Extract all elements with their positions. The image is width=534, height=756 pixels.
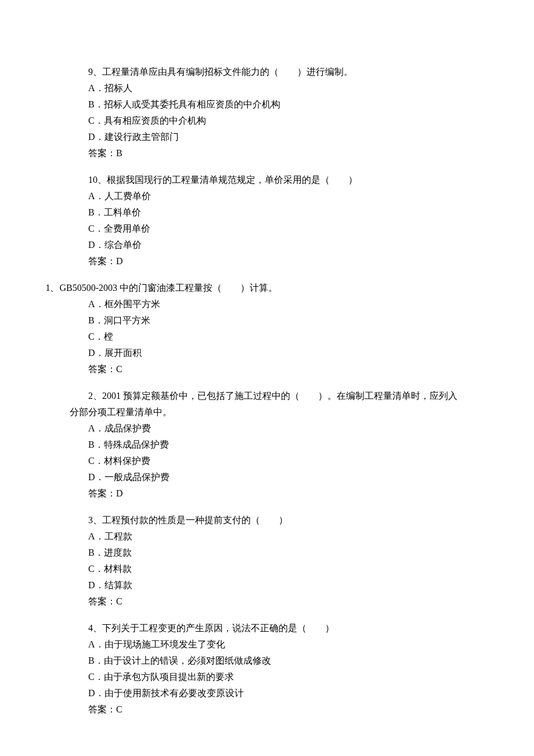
question-1: 1、GB50500-2003 中的门窗油漆工程量按（ ）计算。 A．框外围平方米… bbox=[70, 280, 464, 377]
answer: 答案：C bbox=[70, 361, 464, 377]
answer: 答案：C bbox=[70, 701, 464, 718]
option-d: D．建设行政主管部门 bbox=[70, 129, 464, 145]
option-b: B．工料单价 bbox=[70, 204, 464, 221]
question-stem: 3、工程预付款的性质是一种提前支付的（ ） bbox=[70, 512, 464, 528]
option-b: B．洞口平方米 bbox=[70, 312, 464, 329]
option-b: B．招标人或受其委托具有相应资质的中介机构 bbox=[70, 96, 464, 113]
option-d: D．一般成品保护费 bbox=[70, 469, 464, 485]
option-d: D．由于使用新技术有必要改变原设计 bbox=[70, 685, 464, 701]
option-b: B．进度款 bbox=[70, 545, 464, 561]
option-a: A．由于现场施工环境发生了变化 bbox=[70, 636, 464, 653]
question-stem: 10、根据我国现行的工程量清单规范规定，单价采用的是（ ） bbox=[70, 172, 464, 188]
question-stem: 4、下列关于工程变更的产生原因，说法不正确的是（ ） bbox=[70, 620, 464, 636]
option-a: A．框外围平方米 bbox=[70, 296, 464, 312]
option-d: D．结算款 bbox=[70, 577, 464, 593]
document-page: 9、工程量清单应由具有编制招标文件能力的（ ）进行编制。 A．招标人 B．招标人… bbox=[0, 0, 534, 756]
question-2: 2、2001 预算定额基价中，已包括了施工过程中的（ ）。在编制工程量清单时，应… bbox=[70, 388, 464, 502]
answer: 答案：D bbox=[70, 253, 464, 269]
option-b: B．特殊成品保护费 bbox=[70, 437, 464, 453]
option-c: C．材料款 bbox=[70, 561, 464, 577]
option-c: C．由于承包方队项目提出新的要求 bbox=[70, 669, 464, 685]
question-stem: 9、工程量清单应由具有编制招标文件能力的（ ）进行编制。 bbox=[70, 64, 464, 80]
option-a: A．成品保护费 bbox=[70, 420, 464, 437]
question-9: 9、工程量清单应由具有编制招标文件能力的（ ）进行编制。 A．招标人 B．招标人… bbox=[70, 64, 464, 161]
answer: 答案：B bbox=[70, 145, 464, 161]
option-c: C．具有相应资质的中介机构 bbox=[70, 113, 464, 129]
question-stem: 1、GB50500-2003 中的门窗油漆工程量按（ ）计算。 bbox=[45, 280, 464, 296]
question-10: 10、根据我国现行的工程量清单规范规定，单价采用的是（ ） A．人工费单价 B．… bbox=[70, 172, 464, 269]
option-c: C．材料保护费 bbox=[70, 453, 464, 469]
option-a: A．招标人 bbox=[70, 80, 464, 96]
option-a: A．工程款 bbox=[70, 528, 464, 545]
question-3: 3、工程预付款的性质是一种提前支付的（ ） A．工程款 B．进度款 C．材料款 … bbox=[70, 512, 464, 610]
question-stem: 2、2001 预算定额基价中，已包括了施工过程中的（ ）。在编制工程量清单时，应… bbox=[70, 388, 464, 420]
question-4: 4、下列关于工程变更的产生原因，说法不正确的是（ ） A．由于现场施工环境发生了… bbox=[70, 620, 464, 718]
answer: 答案：C bbox=[70, 593, 464, 610]
answer: 答案：D bbox=[70, 485, 464, 502]
option-b: B．由于设计上的错误，必须对图纸做成修改 bbox=[70, 653, 464, 669]
option-d: D．展开面积 bbox=[70, 345, 464, 361]
option-c: C．全费用单价 bbox=[70, 221, 464, 237]
option-d: D．综合单价 bbox=[70, 237, 464, 253]
option-a: A．人工费单价 bbox=[70, 188, 464, 204]
option-c: C．樘 bbox=[70, 329, 464, 345]
